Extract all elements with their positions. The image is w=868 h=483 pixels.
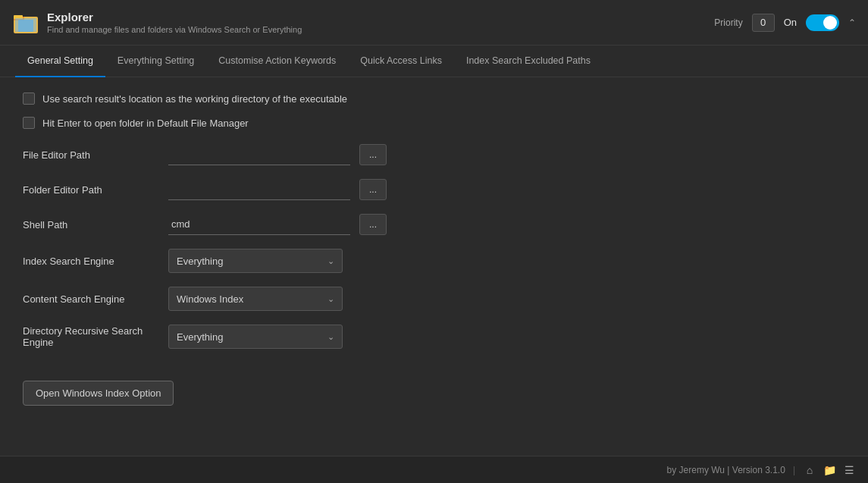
index-search-engine-dropdown[interactable]: Everything ⌄ — [168, 249, 343, 273]
header-controls: Priority 0 On ⌃ — [714, 14, 856, 32]
tab-excluded-paths[interactable]: Index Search Excluded Paths — [454, 45, 603, 77]
tab-quick-access[interactable]: Quick Access Links — [348, 45, 454, 77]
checkbox-enter-folder[interactable] — [23, 117, 35, 129]
footer-icons: ⌂ 📁 ☰ — [803, 463, 856, 477]
collapse-chevron-icon[interactable]: ⌃ — [848, 17, 856, 28]
directory-recursive-engine-dropdown[interactable]: Everything ⌄ — [168, 325, 343, 349]
file-editor-row: File Editor Path ... — [23, 144, 845, 165]
header-text-block: Explorer Find and manage files and folde… — [47, 11, 714, 34]
index-search-engine-arrow-icon: ⌄ — [327, 256, 334, 266]
content-search-engine-row: Content Search Engine Windows Index ⌄ — [23, 287, 845, 311]
directory-recursive-engine-arrow-icon: ⌄ — [327, 332, 334, 342]
folder-editor-label: Folder Editor Path — [23, 184, 159, 196]
svg-rect-4 — [15, 18, 36, 32]
footer-separator: | — [793, 465, 795, 475]
priority-value[interactable]: 0 — [752, 14, 775, 32]
app-subtitle: Find and manage files and folders via Wi… — [47, 25, 714, 34]
priority-label: Priority — [714, 17, 742, 28]
file-editor-browse-btn[interactable]: ... — [359, 144, 387, 165]
shell-path-browse-btn[interactable]: ... — [359, 214, 387, 235]
app-icon — [12, 9, 39, 36]
content-search-engine-dropdown[interactable]: Windows Index ⌄ — [168, 287, 343, 311]
app-title: Explorer — [47, 11, 714, 24]
tab-general[interactable]: General Setting — [15, 45, 105, 77]
main-content: Use search result's location as the work… — [0, 77, 868, 456]
index-search-engine-row: Index Search Engine Everything ⌄ — [23, 249, 845, 273]
checkbox-working-dir[interactable] — [23, 93, 35, 105]
app-header: Explorer Find and manage files and folde… — [0, 0, 868, 45]
folder-icon[interactable]: 📁 — [823, 463, 836, 477]
checkbox-enter-folder-row: Hit Enter to open folder in Default File… — [23, 117, 845, 129]
content-search-engine-value: Windows Index — [177, 293, 243, 305]
file-editor-label: File Editor Path — [23, 149, 159, 161]
content-search-engine-label: Content Search Engine — [23, 293, 159, 305]
on-label: On — [784, 17, 797, 28]
open-windows-index-button[interactable]: Open Windows Index Option — [23, 381, 174, 406]
directory-recursive-engine-label: Directory Recursive Search Engine — [23, 325, 159, 348]
settings-icon[interactable]: ☰ — [842, 463, 856, 477]
directory-recursive-engine-row: Directory Recursive Search Engine Everyt… — [23, 325, 845, 349]
shell-path-input[interactable] — [168, 214, 350, 235]
tab-everything-setting[interactable]: Everything Setting — [105, 45, 206, 77]
shell-path-label: Shell Path — [23, 219, 159, 231]
home-icon[interactable]: ⌂ — [803, 463, 816, 477]
folder-editor-input[interactable] — [168, 179, 350, 200]
tab-action-keywords[interactable]: Customise Action Keywords — [206, 45, 348, 77]
checkbox-working-dir-label: Use search result's location as the work… — [42, 93, 347, 105]
folder-editor-browse-btn[interactable]: ... — [359, 179, 387, 200]
footer-text: by Jeremy Wu | Version 3.1.0 — [667, 465, 785, 475]
directory-recursive-engine-value: Everything — [177, 331, 223, 343]
index-search-engine-label: Index Search Engine — [23, 256, 159, 267]
tab-bar: General Setting Everything Setting Custo… — [0, 45, 868, 77]
checkbox-working-dir-row: Use search result's location as the work… — [23, 93, 845, 105]
folder-editor-row: Folder Editor Path ... — [23, 179, 845, 200]
path-fields-section: File Editor Path ... Folder Editor Path … — [23, 144, 845, 349]
shell-path-row: Shell Path ... — [23, 214, 845, 235]
file-editor-input[interactable] — [168, 144, 350, 165]
checkbox-enter-folder-label: Hit Enter to open folder in Default File… — [42, 118, 249, 129]
index-search-engine-value: Everything — [177, 256, 223, 267]
on-off-toggle[interactable] — [806, 14, 839, 31]
content-search-engine-arrow-icon: ⌄ — [327, 294, 334, 304]
footer: by Jeremy Wu | Version 3.1.0 | ⌂ 📁 ☰ — [0, 456, 868, 483]
